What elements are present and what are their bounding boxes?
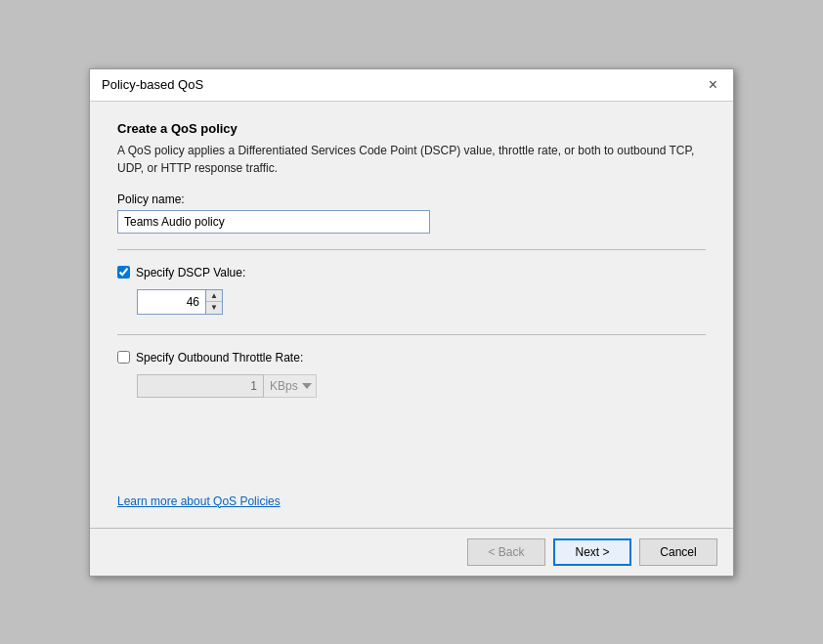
back-button[interactable]: < Back xyxy=(467,538,545,566)
throttle-checkbox-label[interactable]: Specify Outbound Throttle Rate: xyxy=(136,351,303,365)
next-button[interactable]: Next > xyxy=(553,538,631,566)
close-button[interactable]: × xyxy=(705,77,721,93)
description-text: A QoS policy applies a Differentiated Se… xyxy=(117,142,706,177)
throttle-unit-select: KBps MBps GBps xyxy=(264,374,317,398)
section-title: Create a QoS policy xyxy=(117,121,706,136)
dialog-body: Create a QoS policy A QoS policy applies… xyxy=(90,102,733,528)
dialog-footer: < Back Next > Cancel xyxy=(90,528,733,576)
cancel-button[interactable]: Cancel xyxy=(639,538,717,566)
throttle-input-row: KBps MBps GBps xyxy=(137,374,706,398)
throttle-checkbox[interactable] xyxy=(117,351,130,364)
policy-name-label: Policy name: xyxy=(117,193,706,206)
dialog-title: Policy-based QoS xyxy=(102,77,203,92)
learn-more-link[interactable]: Learn more about QoS Policies xyxy=(117,494,706,508)
dscp-decrement-button[interactable]: ▼ xyxy=(206,302,222,314)
divider-2 xyxy=(117,334,706,335)
throttle-checkbox-row: Specify Outbound Throttle Rate: xyxy=(117,351,706,365)
dscp-checkbox-label[interactable]: Specify DSCP Value: xyxy=(136,266,245,279)
dscp-value-input[interactable] xyxy=(137,289,205,315)
divider-1 xyxy=(117,249,706,250)
dscp-checkbox[interactable] xyxy=(117,266,130,279)
dscp-checkbox-row: Specify DSCP Value: xyxy=(117,266,706,279)
throttle-value-input xyxy=(137,374,264,398)
dialog-window: Policy-based QoS × Create a QoS policy A… xyxy=(89,68,734,577)
dscp-spinner: ▲ ▼ xyxy=(137,289,706,315)
dscp-increment-button[interactable]: ▲ xyxy=(206,290,222,303)
title-bar: Policy-based QoS × xyxy=(90,69,733,102)
policy-name-input[interactable] xyxy=(117,210,430,234)
dscp-spinner-buttons: ▲ ▼ xyxy=(205,289,223,315)
